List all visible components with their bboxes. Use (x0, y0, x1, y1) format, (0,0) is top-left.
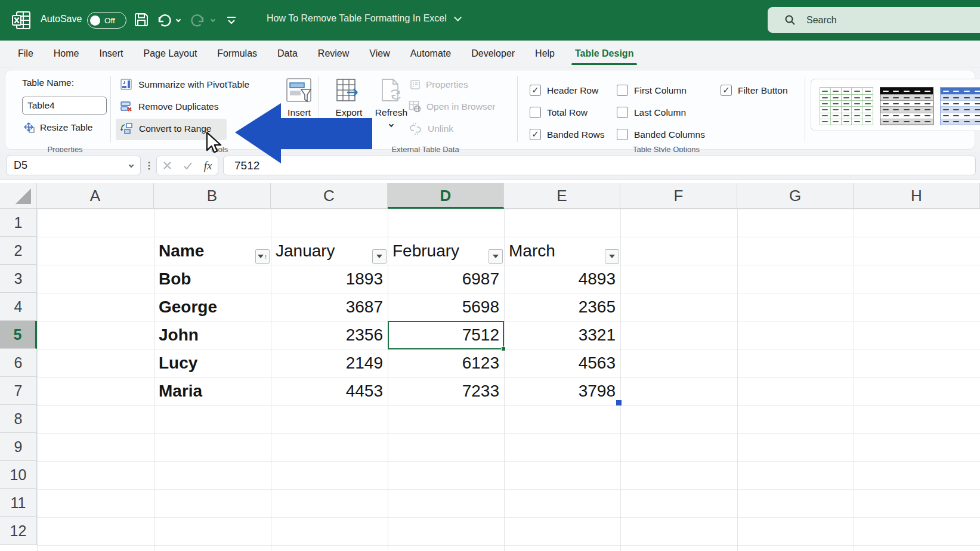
tab-automate[interactable]: Automate (409, 45, 452, 63)
checkbox-total-row[interactable] (530, 107, 541, 118)
cell-D4[interactable]: 5698 (392, 293, 499, 321)
filter-button[interactable] (605, 249, 619, 264)
column-header-D[interactable]: D (388, 183, 504, 209)
resize-table-button[interactable]: Resize Table (23, 122, 92, 134)
tab-page-layout[interactable]: Page Layout (142, 45, 198, 63)
cell-B7[interactable]: Maria (159, 377, 266, 405)
column-header-C[interactable]: C (271, 183, 388, 209)
cell-D6[interactable]: 6123 (392, 349, 499, 377)
tab-data[interactable]: Data (276, 45, 299, 63)
cell-C5[interactable]: 2356 (276, 321, 383, 349)
cell-C6[interactable]: 2149 (276, 349, 383, 377)
cell-E7[interactable]: 3798 (509, 377, 616, 405)
tab-developer[interactable]: Developer (470, 45, 516, 63)
filter-button-sorted[interactable]: ↑ (255, 249, 270, 264)
tab-insert[interactable]: Insert (98, 45, 124, 63)
remove-duplicates-button[interactable]: Remove Duplicates (120, 100, 218, 113)
table-header-cell[interactable]: March (509, 237, 616, 265)
filter-button[interactable] (489, 249, 503, 264)
table-header-cell[interactable]: Name (159, 237, 266, 265)
tab-table-design[interactable]: Table Design (574, 45, 635, 63)
refresh-dropdown-icon[interactable] (389, 122, 394, 127)
document-title[interactable]: How To Remove Table Formatting In Excel (267, 13, 460, 24)
tab-help[interactable]: Help (534, 45, 556, 63)
column-header-E[interactable]: E (504, 183, 620, 209)
formula-input[interactable] (224, 156, 975, 175)
tab-file[interactable]: File (17, 45, 35, 63)
resize-table-icon (23, 122, 35, 134)
checkbox-last-column[interactable] (617, 107, 628, 118)
insert-slicer-button[interactable]: Insert (277, 75, 321, 141)
undo-icon[interactable] (156, 13, 171, 27)
select-all-corner[interactable] (0, 183, 37, 209)
cell-C3[interactable]: 1893 (276, 265, 383, 293)
tab-home[interactable]: Home (52, 45, 81, 63)
search-input[interactable] (805, 14, 948, 26)
tab-review[interactable]: Review (317, 45, 350, 63)
autosave-toggle[interactable]: Off (87, 12, 126, 29)
export-icon (335, 78, 363, 104)
column-header-H[interactable]: H (854, 183, 980, 209)
checkbox-first-column[interactable] (617, 85, 628, 96)
row-header-6[interactable]: 6 (0, 349, 37, 377)
save-icon[interactable] (134, 12, 149, 27)
column-header-G[interactable]: G (737, 183, 854, 209)
cell-D7[interactable]: 7233 (392, 377, 499, 405)
row-header-2[interactable]: 2 (0, 237, 37, 265)
row-header-10[interactable]: 10 (0, 461, 37, 489)
cell-C7[interactable]: 4453 (276, 377, 383, 405)
gridline (37, 489, 980, 490)
properties-label: Properties (426, 79, 468, 90)
name-box-input[interactable] (7, 156, 140, 175)
row-header-11[interactable]: 11 (0, 489, 37, 517)
cell-C4[interactable]: 3687 (276, 293, 383, 321)
cell-E4[interactable]: 2365 (509, 293, 616, 321)
row-header-4[interactable]: 4 (0, 293, 37, 321)
export-button[interactable]: Export (327, 75, 370, 141)
fill-handle[interactable] (501, 346, 506, 351)
table-header-cell[interactable]: February (392, 237, 499, 265)
cell-B4[interactable]: George (159, 293, 266, 321)
search-box[interactable] (768, 7, 980, 33)
cell-E3[interactable]: 4893 (509, 265, 616, 293)
summarize-pivottable-button[interactable]: Summarize with PivotTable (120, 78, 249, 91)
table-header-cell[interactable]: January (276, 237, 383, 265)
checkbox-banded-columns[interactable] (617, 129, 628, 140)
row-header-9[interactable]: 9 (0, 433, 37, 461)
row-header-12[interactable]: 12 (0, 517, 37, 545)
column-header-B[interactable]: B (154, 183, 271, 209)
checkbox-label-filter-button: Filter Button (738, 85, 788, 96)
checkbox-header-row[interactable]: ✓ (530, 85, 541, 96)
row-header-1[interactable]: 1 (0, 209, 37, 237)
customize-toolbar-icon[interactable] (225, 14, 237, 26)
row-header-7[interactable]: 7 (0, 377, 37, 405)
table-resize-handle[interactable] (616, 400, 622, 405)
filter-button[interactable] (372, 249, 387, 264)
cell-B5[interactable]: John (159, 321, 266, 349)
checkbox-banded-rows[interactable]: ✓ (530, 129, 541, 140)
table-styles-gallery[interactable] (811, 79, 980, 131)
name-box[interactable] (6, 156, 141, 175)
row-header-5[interactable]: 5 (0, 321, 37, 349)
column-header-F[interactable]: F (620, 183, 737, 209)
table-style-blue[interactable] (940, 87, 980, 125)
convert-to-range-button[interactable]: Convert to Range (120, 122, 212, 135)
row-header-3[interactable]: 3 (0, 265, 37, 293)
undo-dropdown-icon[interactable] (176, 17, 181, 22)
refresh-button[interactable]: Refresh (370, 75, 412, 147)
formula-bar-options-icon[interactable]: ⋮ (145, 156, 153, 175)
table-style-light-green[interactable] (820, 87, 873, 125)
checkbox-filter-button[interactable]: ✓ (721, 85, 732, 96)
table-name-input[interactable] (23, 97, 106, 114)
tab-formulas[interactable]: Formulas (216, 45, 258, 63)
row-header-8[interactable]: 8 (0, 405, 37, 433)
insert-function-icon[interactable]: fx (204, 159, 212, 172)
cell-D3[interactable]: 6987 (392, 265, 499, 293)
table-style-dark[interactable] (880, 87, 933, 125)
cell-E6[interactable]: 4563 (509, 349, 616, 377)
tab-view[interactable]: View (368, 45, 391, 63)
cell-E5[interactable]: 3321 (509, 321, 616, 349)
column-header-A[interactable]: A (37, 183, 154, 209)
cell-B6[interactable]: Lucy (159, 349, 266, 377)
cell-B3[interactable]: Bob (159, 265, 266, 293)
